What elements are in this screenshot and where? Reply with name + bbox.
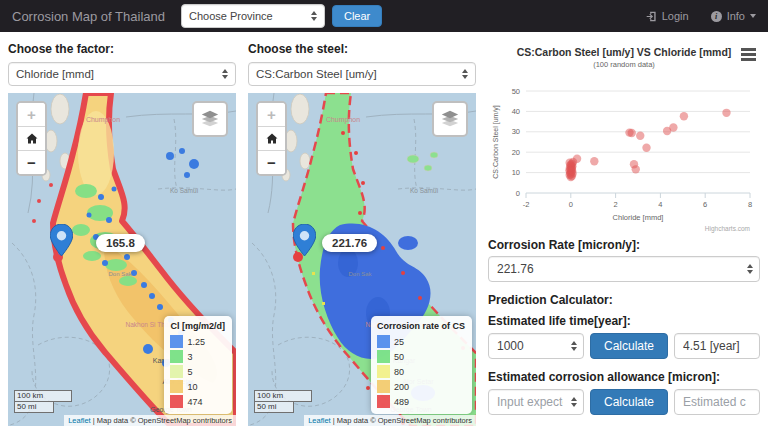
legend-swatch (170, 335, 183, 348)
attribution-text: | Map data © OpenStreetMap contributors (91, 416, 232, 425)
legend-label: 3 (187, 352, 192, 362)
zoom-in-button[interactable]: + (258, 103, 285, 127)
navbar-right: Login i Info (646, 10, 756, 22)
layers-control[interactable] (432, 101, 468, 137)
app-root: Corrosion Map of Thailand Choose Provinc… (0, 0, 768, 433)
stepper-arrows-icon[interactable] (571, 341, 577, 351)
legend-item: 50 (377, 349, 465, 364)
allowance-row: Calculate (488, 389, 760, 415)
life-time-input[interactable] (488, 333, 584, 359)
svg-text:6: 6 (703, 200, 707, 209)
life-result-field (674, 333, 760, 359)
app-title: Corrosion Map of Thailand (12, 9, 165, 24)
scale-km: 100 km (14, 390, 72, 402)
legend-label: 474 (187, 397, 202, 407)
svg-text:2: 2 (614, 200, 618, 209)
steel-panel: Choose the steel: CS:Carbon Steel [um/y] (248, 38, 476, 426)
svg-text:-2: -2 (523, 200, 530, 209)
home-button[interactable] (258, 127, 285, 151)
life-time-label: Estimated life time[year]: (488, 314, 760, 328)
legend-item: 5 (170, 364, 225, 379)
chart-credits[interactable]: Highcharts.com (705, 225, 750, 233)
map-attribution: Leaflet | Map data © OpenStreetMap contr… (304, 415, 476, 426)
legend-swatch (170, 395, 183, 408)
legend-label: 5 (187, 367, 192, 377)
zoom-in-button[interactable]: + (18, 103, 45, 127)
svg-text:8: 8 (748, 200, 752, 209)
home-icon (266, 133, 278, 144)
legend-item: 25 (377, 334, 465, 349)
steel-select-value: CS:Carbon Steel [um/y] (256, 68, 377, 80)
legend-item: 10 (170, 379, 225, 394)
scatter-point (642, 144, 650, 152)
legend-rows: 255080200489 (377, 334, 465, 409)
marker-popup[interactable]: 165.8 (96, 234, 145, 252)
marker-icon (50, 224, 73, 256)
steel-select[interactable]: CS:Carbon Steel [um/y] (248, 62, 476, 86)
map-legend: Corrosion rate of CS 255080200489 (371, 316, 472, 414)
legend-label: 50 (394, 352, 404, 362)
login-link[interactable]: Login (646, 10, 689, 22)
scatter-point (669, 123, 677, 131)
leaflet-link[interactable]: Leaflet (308, 416, 331, 425)
life-calculate-button[interactable]: Calculate (590, 333, 668, 359)
stepper-arrows-icon[interactable] (571, 397, 577, 407)
chart-menu-button[interactable] (739, 46, 758, 63)
marker-popup[interactable]: 221.76 (322, 234, 377, 252)
svg-text:Chloride [mmd]: Chloride [mmd] (613, 213, 664, 222)
home-button[interactable] (18, 127, 45, 151)
allowance-input[interactable] (488, 389, 584, 415)
layers-control[interactable] (192, 101, 228, 137)
legend-swatch (170, 350, 183, 363)
scatter-chart: CS:Carbon Steel [um/y] VS Chloride [mmd]… (488, 36, 760, 235)
svg-text:30: 30 (512, 127, 520, 136)
legend-item: 80 (377, 364, 465, 379)
corrosion-rate-input[interactable] (488, 256, 760, 282)
zoom-out-button[interactable]: − (258, 151, 285, 174)
zoom-out-button[interactable]: − (18, 151, 45, 174)
svg-text:0: 0 (569, 200, 573, 209)
svg-text:4: 4 (658, 200, 662, 209)
province-select[interactable]: Choose Province (181, 4, 325, 28)
allowance-result-field (674, 389, 760, 415)
map-attribution: Leaflet | Map data © OpenStreetMap contr… (64, 415, 236, 426)
clear-button[interactable]: Clear (332, 5, 382, 27)
legend-swatch (377, 380, 390, 393)
legend-item: 474 (170, 394, 225, 409)
legend-swatch (170, 365, 183, 378)
svg-text:20: 20 (512, 148, 520, 157)
corrosion-rate-label: Corrosion Rate [micron/y]: (488, 238, 760, 252)
scale-control: 100 km 50 mi (14, 390, 72, 413)
leaflet-link[interactable]: Leaflet (68, 416, 91, 425)
caret-down-icon (750, 14, 756, 18)
stepper-arrows-icon[interactable] (747, 264, 753, 274)
factor-heading: Choose the factor: (8, 42, 236, 56)
scale-mi: 50 mi (254, 402, 294, 413)
allowance-calculate-button[interactable]: Calculate (590, 389, 668, 415)
scatter-point (636, 131, 644, 139)
legend-title: Corrosion rate of CS (377, 321, 465, 331)
legend-swatch (170, 380, 183, 393)
factor-select[interactable]: Chloride [mmd] (8, 62, 236, 86)
legend-title: Cl [mg/m2/d] (170, 321, 225, 331)
zoom-control: + − (16, 101, 47, 176)
legend-label: 80 (394, 367, 404, 377)
select-arrows-icon (462, 69, 468, 79)
scale-mi: 50 mi (14, 402, 54, 413)
svg-text:10: 10 (512, 168, 520, 177)
corrosion-map[interactable]: ChumphonKo SamuiDon SakNakhon Si Thammar… (248, 93, 476, 426)
map-marker[interactable] (50, 224, 73, 260)
map-marker[interactable] (293, 224, 316, 260)
steel-heading: Choose the steel: (248, 42, 476, 56)
legend-item: 3 (170, 349, 225, 364)
legend-item: 200 (377, 379, 465, 394)
scatter-point (680, 112, 688, 120)
legend-swatch (377, 350, 390, 363)
info-menu[interactable]: i Info (711, 10, 756, 22)
legend-label: 489 (394, 397, 409, 407)
chloride-map[interactable]: ChumphonKo SamuiDon SakNakhon Si Thammar… (8, 93, 236, 426)
prediction-heading: Prediction Calculator: (488, 293, 760, 307)
legend-swatch (377, 395, 390, 408)
scatter-point (590, 157, 598, 165)
legend-swatch (377, 365, 390, 378)
